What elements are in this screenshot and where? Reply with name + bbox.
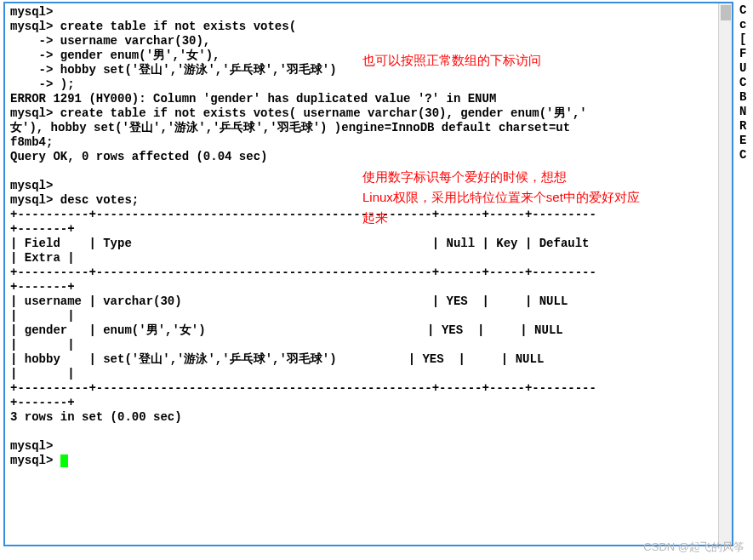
side-text-fragments: C c [ F U C B N R E C — [739, 3, 751, 163]
line: 3 rows in set (0.00 sec) — [10, 410, 182, 424]
line: +-------+ — [10, 396, 75, 409]
line: | | — [10, 338, 75, 351]
line: Query OK, 0 rows affected (0.04 sec) — [10, 150, 267, 163]
line: | | — [10, 367, 75, 380]
line: mysql> create table if not exists votes( — [10, 20, 296, 33]
terminal-window: mysql> mysql> create table if not exists… — [3, 2, 733, 546]
line: mysql> — [10, 5, 53, 19]
line: | hobby | set('登山','游泳','乒乓球','羽毛球') | Y… — [10, 352, 573, 366]
line: f8mb4; — [10, 135, 53, 149]
line: -> username varchar(30), — [10, 34, 210, 48]
line: mysql> — [10, 439, 53, 453]
line: 女'), hobby set('登山','游泳','乒乓球','羽毛球') )e… — [10, 121, 570, 134]
line: -> hobby set('登山','游泳','乒乓球','羽毛球') — [10, 63, 337, 77]
line: +----------+----------------------------… — [10, 381, 596, 395]
line: mysql> create table if not exists votes(… — [10, 106, 587, 120]
watermark: CSDN @起飞的风筝 — [643, 540, 744, 555]
annotation-array-index: 也可以按照正常数组的下标访问 — [362, 53, 541, 69]
scroll-thumb[interactable] — [721, 5, 731, 20]
annotation-bitfield: 使用数字标识每个爱好的时候，想想 Linux权限，采用比特位位置来个set中的爱… — [362, 167, 640, 228]
terminal-output: mysql> mysql> create table if not exists… — [5, 3, 732, 470]
scrollbar[interactable] — [718, 3, 732, 545]
line: +-------+ — [10, 222, 75, 236]
line: -> gender enum('男','女'), — [10, 49, 220, 62]
line: mysql> desc votes; — [10, 193, 139, 207]
line: mysql> — [10, 454, 60, 467]
line: | gender | enum('男','女') | YES | | NULL — [10, 323, 591, 337]
line: ERROR 1291 (HY000): Column 'gender' has … — [10, 92, 496, 106]
cursor-icon — [60, 454, 68, 467]
line: | username | varchar(30) | YES | | NULL — [10, 294, 596, 308]
line: mysql> — [10, 179, 53, 192]
line: | Field | Type | Null | Key | Default — [10, 237, 596, 250]
line: +----------+----------------------------… — [10, 266, 596, 279]
line: | Extra | — [10, 251, 75, 265]
line: -> ); — [10, 77, 75, 91]
line: | | — [10, 309, 75, 323]
line: +-------+ — [10, 280, 75, 294]
